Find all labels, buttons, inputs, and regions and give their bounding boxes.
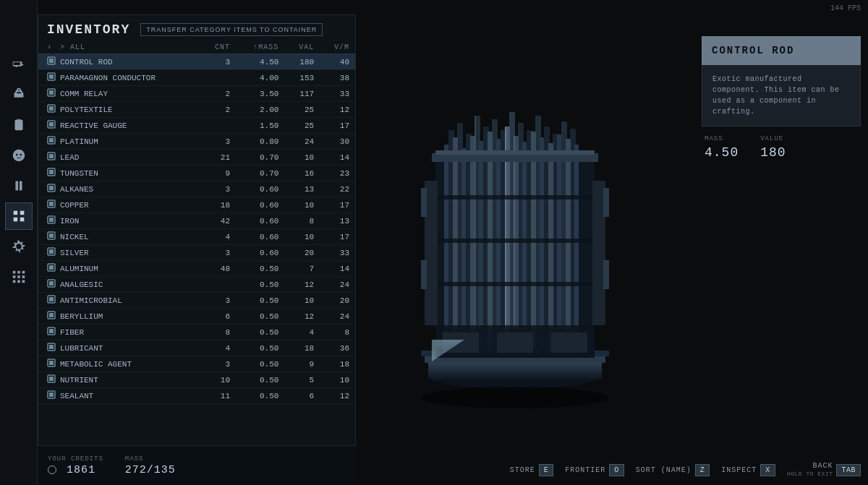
back-key[interactable]: TAB: [836, 464, 861, 476]
table-row[interactable]: SEALANT110.50612: [38, 388, 355, 404]
gear-icon: [11, 239, 27, 254]
table-row[interactable]: NUTRIENT100.50510: [38, 372, 355, 388]
table-row[interactable]: METABOLIC AGENT30.50918: [38, 356, 355, 372]
action-bar: STORE E FRONTIER O SORT (NAME) Z INSPECT…: [38, 462, 861, 478]
item-cnt-cell: [200, 70, 236, 86]
item-row-icon: [47, 72, 56, 83]
item-val-cell: 5: [284, 372, 320, 388]
sidebar-item-grid[interactable]: [5, 263, 33, 291]
svg-point-121: [421, 387, 609, 408]
sidebar-item-gear[interactable]: [5, 233, 33, 260]
table-row[interactable]: POLYTEXTILE22.002512: [38, 102, 355, 118]
table-row[interactable]: TUNGSTEN90.701623: [38, 166, 355, 181]
col-cnt: CNT: [200, 41, 236, 54]
item-name-text: ANALGESIC: [60, 280, 103, 289]
table-row[interactable]: COMM RELAY23.5011733: [38, 86, 355, 102]
table-row[interactable]: FIBER80.5048: [38, 325, 355, 340]
transfer-button[interactable]: TRANSFER CATEGORY ITEMS TO CONTAINER: [140, 23, 323, 36]
sidebar-item-resources[interactable]: [5, 202, 33, 230]
table-row[interactable]: ALKANES30.601322: [38, 181, 355, 197]
item-vm-cell: 12: [320, 102, 355, 118]
item-name-text: ALUMINUM: [60, 265, 98, 273]
sort-key[interactable]: Z: [695, 464, 710, 476]
svg-rect-25: [49, 90, 54, 95]
item-vm-cell: 38: [320, 70, 355, 86]
item-mass-cell: 1.50: [236, 118, 284, 134]
sidebar-item-face[interactable]: [5, 142, 33, 169]
table-row[interactable]: IRON420.60813: [38, 213, 355, 229]
item-val-cell: 153: [284, 70, 320, 86]
inventory-panel: INVENTORY TRANSFER CATEGORY ITEMS TO CON…: [38, 14, 356, 463]
item-val-cell: 20: [284, 245, 320, 261]
item-row-icon: [47, 231, 56, 242]
svg-rect-98: [566, 139, 571, 351]
sidebar-item-suit[interactable]: [5, 81, 33, 108]
sidebar-item-pack[interactable]: [5, 111, 33, 139]
table-row[interactable]: LUBRICANT40.501836: [38, 340, 355, 356]
item-name-text: TUNGSTEN: [60, 169, 98, 178]
item-mass-cell: 0.50: [236, 325, 284, 340]
action-sort: SORT (NAME) Z: [636, 464, 710, 476]
frontier-key[interactable]: O: [609, 464, 624, 476]
table-row[interactable]: SILVER30.602033: [38, 245, 355, 261]
svg-rect-86: [461, 148, 466, 351]
svg-rect-103: [435, 195, 595, 199]
item-val-cell: 24: [284, 134, 320, 150]
item-val-cell: 4: [284, 325, 320, 340]
svg-rect-84: [444, 145, 448, 351]
table-row[interactable]: LEAD210.701014: [38, 150, 355, 166]
item-cnt-cell: 21: [200, 150, 236, 166]
item-row-icon: [47, 279, 56, 290]
svg-rect-51: [49, 297, 54, 301]
item-mass-cell: 0.60: [236, 245, 284, 261]
table-row[interactable]: ALUMINUM480.50714: [38, 261, 355, 277]
store-key[interactable]: E: [539, 464, 554, 476]
sidebar-item-pistol[interactable]: [5, 51, 33, 78]
svg-rect-27: [49, 106, 54, 111]
item-val-cell: 10: [284, 197, 320, 213]
item-mass-cell: 0.50: [236, 277, 284, 293]
item-val-cell: 12: [284, 309, 320, 325]
item-vm-cell: 30: [320, 134, 355, 150]
svg-rect-12: [17, 271, 20, 274]
item-mass-cell: 0.60: [236, 213, 284, 229]
item-row-icon: [47, 104, 56, 115]
item-name-cell: SEALANT: [38, 388, 200, 403]
table-row[interactable]: NICKEL40.601017: [38, 229, 355, 245]
table-row[interactable]: REACTIVE GAUGE1.502517: [38, 118, 355, 134]
svg-point-2: [12, 150, 25, 162]
item-vm-cell: 12: [320, 388, 355, 404]
mass-stat: MASS 4.50: [705, 135, 739, 160]
item-mass-cell: 0.50: [236, 356, 284, 372]
back-sublabel: HOLD TO EXIT: [787, 471, 833, 477]
item-name-cell: POLYTEXTILE: [38, 102, 200, 117]
svg-rect-19: [22, 280, 25, 283]
svg-rect-120: [435, 150, 595, 155]
sidebar-item-ammo[interactable]: [5, 172, 33, 199]
svg-rect-116: [551, 332, 587, 353]
item-cnt-cell: 48: [200, 261, 236, 277]
table-row[interactable]: PARAMAGNON CONDUCTOR4.0015338: [38, 70, 355, 86]
svg-rect-15: [17, 275, 20, 278]
item-vm-cell: 23: [320, 166, 355, 181]
svg-point-4: [20, 154, 22, 156]
item-name-cell: NUTRIENT: [38, 372, 200, 387]
svg-point-3: [15, 154, 17, 156]
item-cnt-cell: 3: [200, 356, 236, 372]
item-row-icon: [47, 152, 56, 163]
svg-rect-21: [49, 59, 54, 63]
inspect-key[interactable]: X: [760, 464, 775, 476]
item-name-cell: REACTIVE GAUGE: [38, 118, 200, 133]
table-row[interactable]: PLATINUM30.802430: [38, 134, 355, 150]
table-row[interactable]: BERYLLIUM60.501224: [38, 309, 355, 325]
table-row[interactable]: COPPER180.601017: [38, 197, 355, 213]
table-row[interactable]: CONTROL ROD34.5018040: [38, 54, 355, 70]
item-row-icon: [47, 295, 56, 306]
item-val-cell: 7: [284, 261, 320, 277]
table-row[interactable]: ANTIMICROBIAL30.501020: [38, 293, 355, 309]
svg-rect-99: [574, 145, 579, 351]
svg-rect-33: [49, 154, 54, 158]
item-name-cell: COPPER: [38, 197, 200, 213]
table-row[interactable]: ANALGESIC0.501224: [38, 277, 355, 293]
item-name-text: BERYLLIUM: [60, 312, 103, 321]
